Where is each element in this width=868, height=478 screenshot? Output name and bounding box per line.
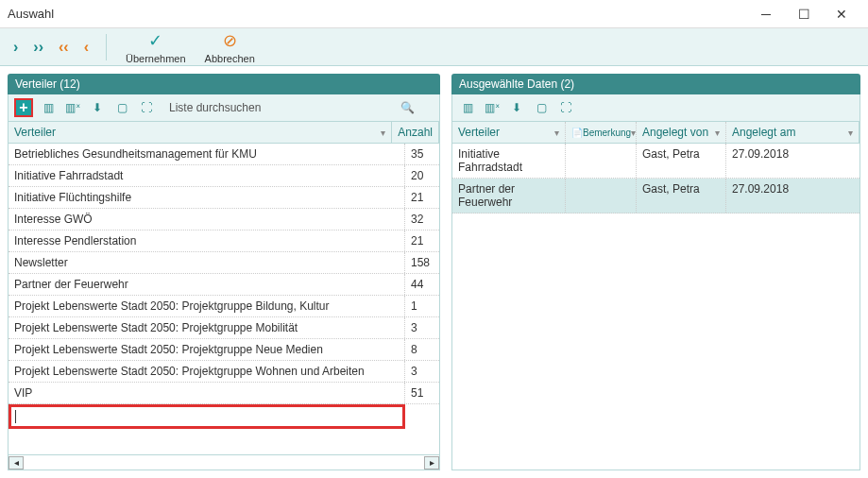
col-verteiler[interactable]: Verteiler ▾ bbox=[9, 122, 392, 143]
cell-count: 32 bbox=[405, 209, 439, 230]
cell-name: Initiative Fahrradstadt bbox=[9, 165, 405, 186]
right-table-body: Initiative FahrradstadtGast, Petra27.09.… bbox=[451, 144, 860, 470]
nav-last-icon[interactable]: ‹ bbox=[78, 35, 94, 60]
new-entry-input[interactable] bbox=[9, 404, 405, 429]
expand-icon[interactable]: ⛶ bbox=[556, 98, 575, 117]
cell-angelegt-von: Gast, Petra bbox=[637, 179, 726, 213]
cell-name: Betriebliches Gesundheitsmanagement für … bbox=[9, 144, 405, 164]
cell-count: 44 bbox=[405, 274, 439, 295]
cell-count: 3 bbox=[405, 317, 439, 338]
cell-name: Newsletter bbox=[9, 252, 405, 273]
cell-name: Projekt Lebenswerte Stadt 2050: Projektg… bbox=[9, 317, 405, 338]
cancel-icon: ⊘ bbox=[223, 30, 237, 51]
nav-prev-icon[interactable]: ‹‹ bbox=[53, 35, 75, 60]
table-row[interactable]: Projekt Lebenswerte Stadt 2050: Projektg… bbox=[9, 339, 439, 361]
horizontal-scrollbar[interactable]: ◂ ▸ bbox=[8, 455, 440, 470]
columns-icon[interactable]: ▥ bbox=[39, 98, 58, 117]
cell-bemerkung bbox=[566, 144, 637, 178]
left-column-headers: Verteiler ▾ Anzahl bbox=[8, 122, 440, 144]
scroll-right-icon[interactable]: ▸ bbox=[424, 456, 439, 469]
cell-angelegt-von: Gast, Petra bbox=[637, 144, 726, 178]
selected-panel-title: Ausgewählte Daten (2) bbox=[451, 74, 860, 94]
filter-icon[interactable]: ▾ bbox=[848, 128, 853, 138]
cell-count: 8 bbox=[405, 339, 439, 360]
close-button[interactable]: ✕ bbox=[823, 1, 860, 27]
table-row[interactable]: Partner der Feuerwehr44 bbox=[9, 274, 439, 296]
col-anzahl[interactable]: Anzahl bbox=[392, 122, 439, 143]
cell-count: 21 bbox=[405, 230, 439, 251]
table-row[interactable]: Interesse GWÖ32 bbox=[9, 209, 439, 230]
table-row[interactable]: Initiative FahrradstadtGast, Petra27.09.… bbox=[452, 144, 859, 179]
apply-button[interactable]: ✓ Übernehmen bbox=[118, 30, 194, 64]
table-row[interactable]: VIP51 bbox=[9, 383, 439, 404]
minimize-button[interactable]: ─ bbox=[747, 1, 785, 27]
layout-icon[interactable]: ▢ bbox=[532, 98, 551, 117]
search-label[interactable]: Liste durchsuchen bbox=[169, 101, 261, 114]
titlebar: Auswahl ─ ☐ ✕ bbox=[0, 0, 868, 28]
verteiler-toolbar: + ▥ ▥ˣ ⬇ ▢ ⛶ Liste durchsuchen 🔍 bbox=[8, 94, 440, 122]
table-row[interactable]: Interesse Pendlerstation21 bbox=[9, 230, 439, 252]
cell-name: Initiative Flüchtingshilfe bbox=[9, 187, 405, 208]
nav-next-icon[interactable]: ›› bbox=[27, 35, 49, 60]
filter-icon[interactable]: ▾ bbox=[631, 128, 636, 138]
cell-verteiler: Partner der Feuerwehr bbox=[452, 179, 566, 213]
cell-name: VIP bbox=[9, 383, 405, 403]
add-button[interactable]: + bbox=[14, 98, 33, 117]
cell-count: 158 bbox=[405, 252, 439, 273]
selected-panel: Ausgewählte Daten (2) ▥ ▥ˣ ⬇ ▢ ⛶ Verteil… bbox=[451, 74, 860, 470]
search-icon[interactable]: 🔍 bbox=[400, 101, 415, 114]
right-column-headers: Verteiler ▾ 📄 Bemerkung ▾ Angelegt von ▾… bbox=[451, 122, 860, 144]
table-row[interactable]: Initiative Flüchtingshilfe21 bbox=[9, 187, 439, 209]
cell-bemerkung bbox=[566, 179, 637, 213]
filter-icon[interactable]: ▾ bbox=[554, 128, 559, 138]
cell-name: Projekt Lebenswerte Stadt 2050: Projektg… bbox=[9, 361, 405, 382]
maximize-button[interactable]: ☐ bbox=[785, 1, 823, 27]
selected-toolbar: ▥ ▥ˣ ⬇ ▢ ⛶ bbox=[451, 94, 860, 122]
col-bemerkung[interactable]: 📄 Bemerkung ▾ bbox=[566, 122, 637, 143]
table-row[interactable]: Projekt Lebenswerte Stadt 2050: Projektg… bbox=[9, 296, 439, 317]
expand-icon[interactable]: ⛶ bbox=[137, 98, 156, 117]
cell-count: 51 bbox=[405, 383, 439, 403]
window-title: Auswahl bbox=[8, 7, 747, 21]
col-angelegt-von[interactable]: Angelegt von ▾ bbox=[637, 122, 726, 143]
export-icon[interactable]: ⬇ bbox=[88, 98, 107, 117]
table-row[interactable]: Betriebliches Gesundheitsmanagement für … bbox=[9, 144, 439, 165]
verteiler-panel-title: Verteiler (12) bbox=[8, 74, 440, 94]
cell-name: Interesse Pendlerstation bbox=[9, 230, 405, 251]
table-row[interactable]: Projekt Lebenswerte Stadt 2050: Projektg… bbox=[9, 317, 439, 339]
table-row[interactable]: Newsletter158 bbox=[9, 252, 439, 274]
cell-count: 35 bbox=[405, 144, 439, 164]
check-icon: ✓ bbox=[148, 30, 162, 51]
cell-name: Projekt Lebenswerte Stadt 2050: Projektg… bbox=[9, 296, 405, 316]
cell-name: Partner der Feuerwehr bbox=[9, 274, 405, 295]
scroll-left-icon[interactable]: ◂ bbox=[9, 456, 24, 469]
layout-icon[interactable]: ▢ bbox=[112, 98, 131, 117]
cell-name: Interesse GWÖ bbox=[9, 209, 405, 230]
table-row[interactable]: Initiative Fahrradstadt20 bbox=[9, 165, 439, 187]
cell-count: 1 bbox=[405, 296, 439, 316]
cell-count: 21 bbox=[405, 187, 439, 208]
cell-angelegt-am: 27.09.2018 bbox=[726, 144, 859, 178]
export-icon[interactable]: ⬇ bbox=[507, 98, 526, 117]
filter-icon[interactable]: ▾ bbox=[381, 128, 385, 138]
col-angelegt-am[interactable]: Angelegt am ▾ bbox=[726, 122, 859, 143]
main-toolbar: › ›› ‹‹ ‹ ✓ Übernehmen ⊘ Abbrechen bbox=[0, 28, 868, 66]
table-row[interactable]: Projekt Lebenswerte Stadt 2050: Projektg… bbox=[9, 361, 439, 383]
cell-count: 3 bbox=[405, 361, 439, 382]
cell-verteiler: Initiative Fahrradstadt bbox=[452, 144, 566, 178]
cancel-button[interactable]: ⊘ Abbrechen bbox=[197, 30, 263, 64]
left-table-body: Betriebliches Gesundheitsmanagement für … bbox=[8, 144, 440, 455]
table-row[interactable]: Partner der FeuerwehrGast, Petra27.09.20… bbox=[452, 179, 859, 213]
col-verteiler-r[interactable]: Verteiler ▾ bbox=[452, 122, 566, 143]
cell-name: Projekt Lebenswerte Stadt 2050: Projektg… bbox=[9, 339, 405, 360]
clear-filter-icon[interactable]: ▥ˣ bbox=[63, 98, 82, 117]
filter-icon[interactable]: ▾ bbox=[715, 128, 720, 138]
clear-filter-icon[interactable]: ▥ˣ bbox=[483, 98, 502, 117]
cell-angelegt-am: 27.09.2018 bbox=[726, 179, 859, 213]
separator bbox=[106, 34, 107, 60]
nav-first-icon[interactable]: › bbox=[8, 35, 24, 60]
cell-count: 20 bbox=[405, 165, 439, 186]
verteiler-panel: Verteiler (12) + ▥ ▥ˣ ⬇ ▢ ⛶ Liste durchs… bbox=[8, 74, 440, 470]
columns-icon[interactable]: ▥ bbox=[458, 98, 477, 117]
